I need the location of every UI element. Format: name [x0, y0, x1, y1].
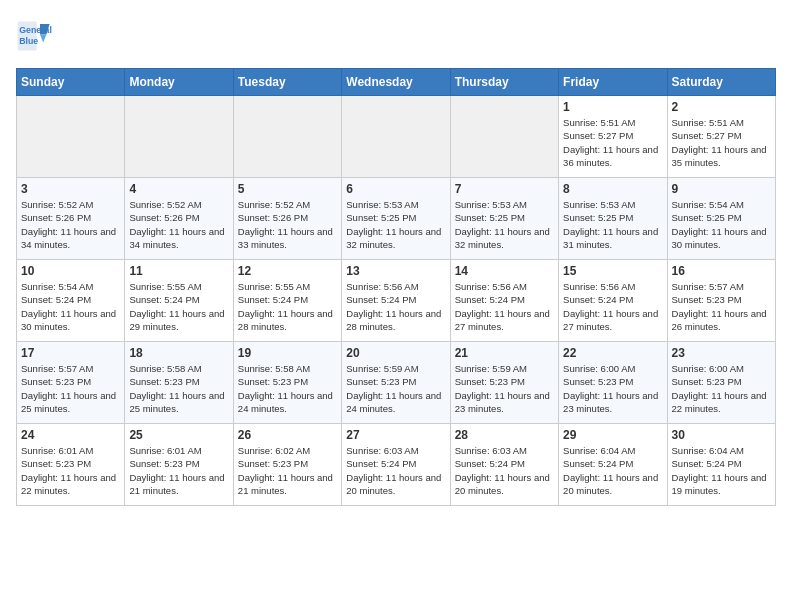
day-number: 6 [346, 182, 445, 196]
calendar-cell [125, 96, 233, 178]
day-info: Sunrise: 6:03 AM Sunset: 5:24 PM Dayligh… [346, 444, 445, 497]
day-number: 29 [563, 428, 662, 442]
calendar-cell [342, 96, 450, 178]
weekday-sunday: Sunday [17, 69, 125, 96]
day-number: 21 [455, 346, 554, 360]
day-number: 25 [129, 428, 228, 442]
day-number: 20 [346, 346, 445, 360]
weekday-thursday: Thursday [450, 69, 558, 96]
day-number: 10 [21, 264, 120, 278]
calendar-cell: 20Sunrise: 5:59 AM Sunset: 5:23 PM Dayli… [342, 342, 450, 424]
day-number: 18 [129, 346, 228, 360]
calendar-cell: 18Sunrise: 5:58 AM Sunset: 5:23 PM Dayli… [125, 342, 233, 424]
calendar-cell [450, 96, 558, 178]
calendar-cell: 11Sunrise: 5:55 AM Sunset: 5:24 PM Dayli… [125, 260, 233, 342]
day-info: Sunrise: 5:53 AM Sunset: 5:25 PM Dayligh… [455, 198, 554, 251]
day-info: Sunrise: 6:03 AM Sunset: 5:24 PM Dayligh… [455, 444, 554, 497]
day-info: Sunrise: 6:04 AM Sunset: 5:24 PM Dayligh… [563, 444, 662, 497]
calendar-cell: 28Sunrise: 6:03 AM Sunset: 5:24 PM Dayli… [450, 424, 558, 506]
calendar-body: 1Sunrise: 5:51 AM Sunset: 5:27 PM Daylig… [17, 96, 776, 506]
day-number: 24 [21, 428, 120, 442]
day-number: 27 [346, 428, 445, 442]
calendar-cell: 26Sunrise: 6:02 AM Sunset: 5:23 PM Dayli… [233, 424, 341, 506]
day-info: Sunrise: 5:55 AM Sunset: 5:24 PM Dayligh… [129, 280, 228, 333]
day-info: Sunrise: 5:54 AM Sunset: 5:25 PM Dayligh… [672, 198, 771, 251]
day-number: 12 [238, 264, 337, 278]
day-info: Sunrise: 6:01 AM Sunset: 5:23 PM Dayligh… [129, 444, 228, 497]
day-number: 23 [672, 346, 771, 360]
calendar-cell: 30Sunrise: 6:04 AM Sunset: 5:24 PM Dayli… [667, 424, 775, 506]
calendar-cell: 8Sunrise: 5:53 AM Sunset: 5:25 PM Daylig… [559, 178, 667, 260]
day-info: Sunrise: 5:57 AM Sunset: 5:23 PM Dayligh… [672, 280, 771, 333]
day-info: Sunrise: 5:59 AM Sunset: 5:23 PM Dayligh… [455, 362, 554, 415]
day-number: 13 [346, 264, 445, 278]
day-number: 11 [129, 264, 228, 278]
week-row-4: 17Sunrise: 5:57 AM Sunset: 5:23 PM Dayli… [17, 342, 776, 424]
weekday-tuesday: Tuesday [233, 69, 341, 96]
day-number: 7 [455, 182, 554, 196]
calendar-cell: 1Sunrise: 5:51 AM Sunset: 5:27 PM Daylig… [559, 96, 667, 178]
day-number: 1 [563, 100, 662, 114]
day-info: Sunrise: 5:52 AM Sunset: 5:26 PM Dayligh… [238, 198, 337, 251]
day-info: Sunrise: 5:53 AM Sunset: 5:25 PM Dayligh… [563, 198, 662, 251]
calendar-cell: 6Sunrise: 5:53 AM Sunset: 5:25 PM Daylig… [342, 178, 450, 260]
calendar-cell: 4Sunrise: 5:52 AM Sunset: 5:26 PM Daylig… [125, 178, 233, 260]
day-number: 28 [455, 428, 554, 442]
day-info: Sunrise: 5:53 AM Sunset: 5:25 PM Dayligh… [346, 198, 445, 251]
svg-marker-4 [40, 34, 46, 42]
calendar-cell: 2Sunrise: 5:51 AM Sunset: 5:27 PM Daylig… [667, 96, 775, 178]
day-info: Sunrise: 5:56 AM Sunset: 5:24 PM Dayligh… [563, 280, 662, 333]
day-number: 14 [455, 264, 554, 278]
calendar-cell: 17Sunrise: 5:57 AM Sunset: 5:23 PM Dayli… [17, 342, 125, 424]
calendar-cell [233, 96, 341, 178]
calendar-cell: 15Sunrise: 5:56 AM Sunset: 5:24 PM Dayli… [559, 260, 667, 342]
calendar-cell: 27Sunrise: 6:03 AM Sunset: 5:24 PM Dayli… [342, 424, 450, 506]
week-row-3: 10Sunrise: 5:54 AM Sunset: 5:24 PM Dayli… [17, 260, 776, 342]
day-number: 3 [21, 182, 120, 196]
day-info: Sunrise: 5:51 AM Sunset: 5:27 PM Dayligh… [672, 116, 771, 169]
calendar-cell: 22Sunrise: 6:00 AM Sunset: 5:23 PM Dayli… [559, 342, 667, 424]
week-row-2: 3Sunrise: 5:52 AM Sunset: 5:26 PM Daylig… [17, 178, 776, 260]
calendar-cell: 29Sunrise: 6:04 AM Sunset: 5:24 PM Dayli… [559, 424, 667, 506]
logo-svg: General Blue [16, 16, 64, 56]
calendar-cell: 9Sunrise: 5:54 AM Sunset: 5:25 PM Daylig… [667, 178, 775, 260]
weekday-wednesday: Wednesday [342, 69, 450, 96]
day-number: 15 [563, 264, 662, 278]
day-info: Sunrise: 5:51 AM Sunset: 5:27 PM Dayligh… [563, 116, 662, 169]
calendar-cell: 14Sunrise: 5:56 AM Sunset: 5:24 PM Dayli… [450, 260, 558, 342]
day-info: Sunrise: 5:59 AM Sunset: 5:23 PM Dayligh… [346, 362, 445, 415]
logo: General Blue [16, 16, 64, 56]
day-number: 19 [238, 346, 337, 360]
calendar-cell: 7Sunrise: 5:53 AM Sunset: 5:25 PM Daylig… [450, 178, 558, 260]
day-number: 8 [563, 182, 662, 196]
day-info: Sunrise: 5:52 AM Sunset: 5:26 PM Dayligh… [21, 198, 120, 251]
calendar-cell: 10Sunrise: 5:54 AM Sunset: 5:24 PM Dayli… [17, 260, 125, 342]
weekday-monday: Monday [125, 69, 233, 96]
weekday-friday: Friday [559, 69, 667, 96]
svg-text:Blue: Blue [19, 36, 38, 46]
day-info: Sunrise: 6:04 AM Sunset: 5:24 PM Dayligh… [672, 444, 771, 497]
day-number: 9 [672, 182, 771, 196]
calendar-cell: 24Sunrise: 6:01 AM Sunset: 5:23 PM Dayli… [17, 424, 125, 506]
day-info: Sunrise: 5:58 AM Sunset: 5:23 PM Dayligh… [238, 362, 337, 415]
day-info: Sunrise: 5:58 AM Sunset: 5:23 PM Dayligh… [129, 362, 228, 415]
day-info: Sunrise: 5:56 AM Sunset: 5:24 PM Dayligh… [346, 280, 445, 333]
calendar-cell: 3Sunrise: 5:52 AM Sunset: 5:26 PM Daylig… [17, 178, 125, 260]
day-number: 4 [129, 182, 228, 196]
day-number: 16 [672, 264, 771, 278]
calendar-cell: 16Sunrise: 5:57 AM Sunset: 5:23 PM Dayli… [667, 260, 775, 342]
day-number: 5 [238, 182, 337, 196]
day-number: 22 [563, 346, 662, 360]
day-info: Sunrise: 5:52 AM Sunset: 5:26 PM Dayligh… [129, 198, 228, 251]
day-info: Sunrise: 5:55 AM Sunset: 5:24 PM Dayligh… [238, 280, 337, 333]
calendar-cell [17, 96, 125, 178]
weekday-saturday: Saturday [667, 69, 775, 96]
calendar-cell: 23Sunrise: 6:00 AM Sunset: 5:23 PM Dayli… [667, 342, 775, 424]
day-number: 30 [672, 428, 771, 442]
day-info: Sunrise: 5:56 AM Sunset: 5:24 PM Dayligh… [455, 280, 554, 333]
day-info: Sunrise: 6:02 AM Sunset: 5:23 PM Dayligh… [238, 444, 337, 497]
day-info: Sunrise: 5:54 AM Sunset: 5:24 PM Dayligh… [21, 280, 120, 333]
calendar-table: SundayMondayTuesdayWednesdayThursdayFrid… [16, 68, 776, 506]
calendar-cell: 25Sunrise: 6:01 AM Sunset: 5:23 PM Dayli… [125, 424, 233, 506]
day-info: Sunrise: 6:00 AM Sunset: 5:23 PM Dayligh… [672, 362, 771, 415]
